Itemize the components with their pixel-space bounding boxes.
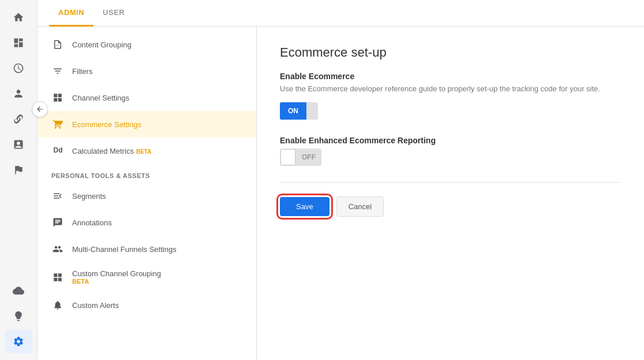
sidebar-item-ecommerce-label: Ecommerce Settings [72,120,245,129]
nav-lightbulb[interactable] [5,305,32,328]
sidebar-item-ecommerce-settings[interactable]: Ecommerce Settings [38,111,256,138]
sidebar-item-custom-alerts[interactable]: Custom Alerts [38,292,256,318]
calculated-metrics-icon: Dd [51,144,64,157]
ecommerce-toggle-wrap: ON [280,102,621,120]
enable-ecommerce-title: Enable Ecommerce [280,72,621,81]
sidebar-item-annotations-label: Annotations [72,218,245,227]
main-area: ADMIN USER Content Grouping Filters [38,0,644,360]
panel-divider [280,182,621,183]
sidebar-item-custom-alerts-label: Custom Alerts [72,301,245,310]
ecommerce-toggle[interactable]: ON [280,102,318,120]
nav-conversions[interactable] [5,158,32,181]
sidebar-item-annotations[interactable]: Annotations [38,209,256,236]
nav-acquisition[interactable] [5,107,32,131]
sidebar-item-multi-channel[interactable]: Multi-Channel Funnels Settings [38,236,256,262]
channel-settings-icon [51,91,64,104]
custom-alerts-icon [51,299,64,311]
enhanced-toggle-handle [280,149,295,165]
sidebar-item-filters[interactable]: Filters [38,58,256,84]
enable-ecommerce-desc: Use the Ecommerce developer reference gu… [280,84,621,93]
nav-home[interactable] [5,6,32,29]
content-grouping-icon [51,38,64,51]
enhanced-toggle[interactable]: OFF [280,149,321,166]
nav-audience[interactable] [5,82,32,105]
sidebar-item-multi-channel-label: Multi-Channel Funnels Settings [72,245,245,254]
nav-discover[interactable] [5,279,32,302]
sidebar: Content Grouping Filters Channel Setting… [38,27,257,360]
ecommerce-toggle-thumb [306,102,318,120]
back-button[interactable] [32,101,48,117]
sidebar-item-content-grouping[interactable]: Content Grouping [38,31,256,58]
panel-title: Ecommerce set-up [280,45,621,60]
personal-tools-section-title: PERSONAL TOOLS & ASSETS [38,164,256,183]
sidebar-item-segments-label: Segments [72,192,245,201]
segments-icon [51,190,64,202]
sidebar-item-filters-label: Filters [72,67,245,76]
tab-user[interactable]: USER [93,0,134,27]
nav-dashboard[interactable] [5,31,32,54]
nav-rail [0,0,38,360]
ecommerce-icon [51,118,64,131]
sidebar-item-custom-channel-label: Custom Channel Grouping BETA [72,269,245,285]
cancel-button[interactable]: Cancel [336,196,384,217]
right-panel: Ecommerce set-up Enable Ecommerce Use th… [257,27,644,360]
enhanced-toggle-wrap: OFF [280,149,621,166]
sidebar-item-calculated-metrics[interactable]: Dd Calculated MetricsBETA [38,138,256,164]
enhanced-toggle-label: OFF [296,149,321,166]
sidebar-item-channel-settings[interactable]: Channel Settings [38,84,256,111]
sidebar-item-segments[interactable]: Segments [38,183,256,209]
ecommerce-toggle-on-label: ON [280,102,306,120]
tab-bar: ADMIN USER [38,0,644,27]
filter-icon [51,65,64,77]
save-button[interactable]: Save [280,197,330,216]
sidebar-item-content-grouping-label: Content Grouping [72,40,245,49]
multi-channel-icon [51,243,64,255]
annotations-icon [51,216,64,229]
enhanced-ecommerce-title: Enable Enhanced Ecommerce Reporting [280,136,621,145]
sidebar-item-custom-channel-grouping[interactable]: Custom Channel Grouping BETA [38,262,256,292]
custom-channel-grouping-icon [51,271,64,284]
nav-reports[interactable] [5,57,32,80]
sidebar-item-calculated-metrics-label: Calculated MetricsBETA [72,147,245,155]
nav-settings[interactable] [5,330,32,353]
svg-text:Dd: Dd [54,146,63,154]
content-row: Content Grouping Filters Channel Setting… [38,27,644,360]
tab-admin[interactable]: ADMIN [49,0,93,27]
action-row: Save Cancel [280,196,621,217]
sidebar-item-channel-settings-label: Channel Settings [72,94,245,102]
nav-behavior[interactable] [5,133,32,156]
